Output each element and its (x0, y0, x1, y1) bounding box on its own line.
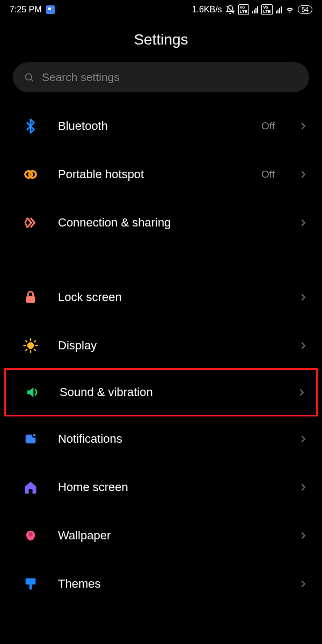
status-time: 7:25 PM (10, 5, 42, 14)
row-bluetooth[interactable]: Bluetooth Off (0, 102, 322, 150)
file-manager-icon (46, 5, 55, 14)
svg-point-6 (27, 342, 34, 349)
chevron-right-icon (297, 120, 309, 132)
svg-line-2 (31, 79, 33, 82)
chevron-right-icon (297, 340, 309, 352)
volte-badge-1: VoLTE (238, 4, 250, 15)
svg-line-14 (34, 341, 35, 342)
row-label: Sound & vibration (60, 385, 277, 399)
notifications-icon (21, 430, 40, 448)
row-themes[interactable]: Themes (0, 560, 322, 608)
svg-point-17 (29, 532, 33, 537)
row-display[interactable]: Display (0, 321, 322, 370)
home-icon (21, 478, 40, 496)
svg-point-16 (33, 434, 36, 437)
volte-badge-2: VoLTE (261, 4, 273, 15)
svg-line-13 (26, 349, 27, 350)
chevron-right-icon (297, 433, 309, 445)
section-divider (13, 260, 309, 260)
row-label: Lock screen (58, 290, 279, 304)
svg-rect-5 (26, 296, 35, 303)
connection-icon (21, 214, 40, 232)
row-notifications[interactable]: Notifications (0, 415, 322, 463)
chevron-right-icon (297, 481, 309, 493)
row-status: Off (261, 169, 275, 180)
chevron-right-icon (296, 386, 308, 398)
row-label: Display (58, 339, 279, 353)
svg-line-12 (34, 349, 35, 350)
bluetooth-icon (21, 117, 40, 135)
wallpaper-icon (21, 526, 40, 545)
chevron-right-icon (297, 578, 309, 590)
signal-bars-2 (276, 6, 282, 13)
row-label: Wallpaper (58, 529, 279, 543)
row-hotspot[interactable]: Portable hotspot Off (0, 150, 322, 199)
row-label: Bluetooth (58, 119, 243, 133)
hotspot-icon (21, 165, 40, 184)
lock-icon (21, 288, 40, 306)
row-label: Portable hotspot (58, 167, 243, 181)
status-bar: 7:25 PM 1.6KB/s VoLTE VoLTE 54 (0, 0, 322, 19)
row-label: Connection & sharing (58, 216, 279, 230)
search-icon (24, 72, 34, 83)
chevron-right-icon (297, 217, 309, 229)
row-label: Home screen (58, 480, 279, 494)
wifi-icon (285, 5, 295, 14)
page-title: Settings (0, 19, 322, 62)
svg-rect-19 (30, 584, 32, 589)
sound-icon (23, 383, 41, 401)
settings-list: Bluetooth Off Portable hotspot Off Conne… (0, 102, 322, 608)
row-label: Notifications (58, 432, 279, 446)
signal-bars-1 (252, 6, 258, 13)
search-field[interactable] (13, 62, 309, 92)
search-input[interactable] (42, 71, 298, 84)
dnd-icon (225, 5, 235, 14)
row-connection-sharing[interactable]: Connection & sharing (0, 199, 322, 247)
chevron-right-icon (297, 291, 309, 303)
row-status: Off (261, 120, 275, 132)
svg-rect-18 (26, 579, 36, 585)
row-sound-vibration[interactable]: Sound & vibration (4, 368, 318, 416)
data-rate: 1.6KB/s (192, 5, 222, 14)
row-wallpaper[interactable]: Wallpaper (0, 511, 322, 560)
battery-indicator: 54 (298, 5, 312, 14)
row-home-screen[interactable]: Home screen (0, 463, 322, 511)
svg-point-1 (25, 74, 32, 80)
chevron-right-icon (297, 169, 309, 180)
chevron-right-icon (297, 530, 309, 541)
row-label: Themes (58, 577, 279, 591)
svg-line-11 (26, 341, 27, 342)
brightness-icon (21, 336, 40, 355)
themes-icon (21, 575, 40, 593)
row-lock-screen[interactable]: Lock screen (0, 273, 322, 321)
